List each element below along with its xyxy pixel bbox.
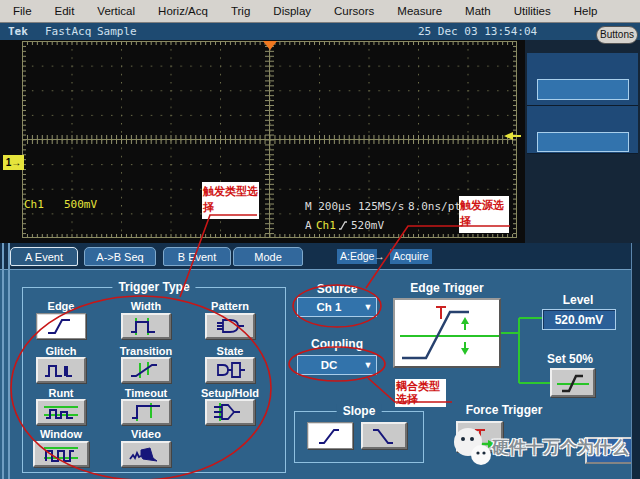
status-chip-a-edge: A:Edge [337,249,377,264]
resolution-readout: 8.0ns/pt [408,200,461,213]
source-value: Ch 1 [298,301,360,313]
ch1-label: Ch1 [24,198,44,211]
runt-icon [41,402,81,422]
panel-left-border-inner [8,243,10,479]
rising-slope-icon [310,425,350,447]
source-dropdown[interactable]: Ch 1 ▼ [297,297,377,317]
tab-a-b-seq[interactable]: A->B Seq [84,247,156,266]
menu-item-display[interactable]: Display [269,3,315,19]
oscilloscope-screen: File Edit Vertical Horiz/Acq Trig Displa… [0,0,640,479]
annotation-trigger-source-select: 触发源选择 [459,196,509,233]
trigger-type-state-button[interactable] [205,357,255,383]
coupling-value: DC [298,359,360,371]
video-button-label: Video [116,428,176,440]
level-field[interactable]: 520.0mV [542,309,616,330]
source-label: Source [297,282,377,296]
transition-icon [126,360,166,380]
side-panel-2-bar[interactable] [537,132,629,152]
wechat-logo-icon [452,426,494,470]
status-chip-acquire: Acquire [390,249,432,264]
side-panel-1-bar[interactable] [537,79,629,100]
panel-right-strip [631,243,640,479]
set-50-icon [553,371,593,395]
state-button-label: State [200,345,260,357]
annotation-coupling-select: 耦合类型选择 [395,379,446,407]
slope-rising-button[interactable] [307,422,353,449]
buttons-button[interactable]: Buttons [596,26,638,44]
runt-button-label: Runt [31,387,91,399]
menu-item-vertical[interactable]: Vertical [93,3,139,19]
menu-item-help[interactable]: Help [570,3,602,19]
edge-trigger-diagram [393,298,501,368]
timebase-readout: M 200µs 125MS/s [305,200,404,213]
edge-icon [41,316,81,336]
slope-group-title: Slope [337,404,382,418]
side-panel-1 [527,53,638,106]
menu-item-math[interactable]: Math [461,3,495,19]
edge-trigger-title: Edge Trigger [397,281,497,295]
coupling-dropdown[interactable]: DC ▼ [297,355,377,375]
window-icon [41,444,81,464]
chevron-down-icon: ▼ [360,360,376,370]
menu-item-utilities[interactable]: Utilities [510,3,555,19]
trigger-type-setup-hold-button[interactable] [205,399,255,425]
set-50-button[interactable] [550,368,595,397]
trigger-type-video-button[interactable] [121,441,171,467]
trigger-type-glitch-button[interactable] [36,357,86,383]
menu-item-file[interactable]: File [9,3,36,19]
trigger-level-arrow[interactable] [504,132,513,140]
side-panel-2 [527,106,638,154]
chevron-down-icon: ▼ [360,302,376,312]
level-label: Level [538,293,618,307]
menu-bar: File Edit Vertical Horiz/Acq Trig Displa… [0,0,640,23]
and-gate-icon [210,316,250,336]
status-arrow-icon: → [374,249,385,264]
trigger-type-pattern-button[interactable] [205,313,255,339]
setup-hold-icon [210,402,250,422]
watermark-text: 硬件十万个为什么 [492,436,628,459]
trigger-type-runt-button[interactable] [36,399,86,425]
tab-b-event[interactable]: B Event [163,247,231,266]
edge-trigger-diagram-graphic [395,300,499,366]
fastacq-status: FastAcq [45,25,91,38]
slope-falling-button[interactable] [361,422,407,449]
width-button-label: Width [116,300,176,312]
trigger-type-window-button[interactable] [33,441,89,467]
menu-item-cursors[interactable]: Cursors [330,3,378,19]
ch1-scale-readout: 500mV [64,198,97,211]
trigger-system-label: A [305,219,312,232]
trigger-type-group-title: Trigger Type [112,280,195,294]
video-icon [126,444,166,464]
width-icon [126,316,166,336]
waveform-display: 1→ Ch1 500mV M 200µs 125MS/s 8.0ns/pt A … [0,40,525,243]
edge-button-label: Edge [31,300,91,312]
status-toolbar: Tek FastAcq Sample 25 Dec 03 13:54:04 [0,23,640,40]
state-icon [210,360,250,380]
tab-bar: A Event A->B Seq B Event Mode A:Edge → A… [0,243,640,269]
falling-slope-icon [364,425,404,447]
window-button-label: Window [31,428,91,440]
channel1-reference-marker[interactable]: 1→ [3,155,24,170]
trigger-type-width-button[interactable] [121,313,171,339]
menu-item-measure[interactable]: Measure [393,3,446,19]
glitch-button-label: Glitch [31,345,91,357]
side-panel-area [525,40,640,243]
datetime-display: 25 Dec 03 13:54:04 [418,25,537,38]
menu-item-edit[interactable]: Edit [51,3,79,19]
menu-item-trig[interactable]: Trig [227,3,254,19]
set-50-label: Set 50% [530,352,610,366]
acquisition-mode-status: Sample [97,25,137,38]
trigger-position-marker[interactable] [263,41,277,50]
menu-item-horiz-acq[interactable]: Horiz/Acq [154,3,212,19]
trigger-type-edge-button[interactable] [36,313,86,339]
timeout-button-label: Timeout [111,387,181,399]
tab-mode[interactable]: Mode [233,247,303,266]
tab-a-event[interactable]: A Event [10,247,78,266]
pattern-button-label: Pattern [200,300,260,312]
trigger-type-transition-button[interactable] [121,357,171,383]
trigger-level-arrow-tail [513,135,521,137]
coupling-label: Coupling [297,337,377,351]
trigger-type-timeout-button[interactable] [121,399,171,425]
glitch-icon [41,360,81,380]
annotation-trigger-type-select: 触发类型选择 [202,182,259,219]
